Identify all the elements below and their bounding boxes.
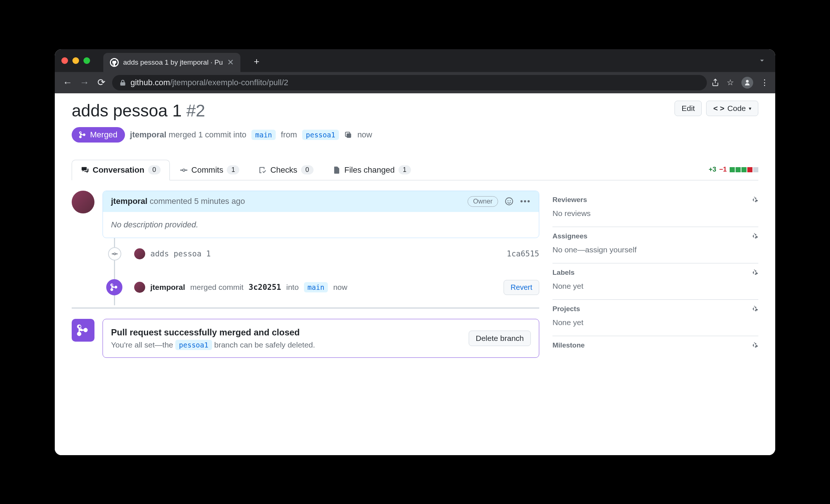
address-bar-row: ← → ⟳ github.com/jtemporal/exemplo-confl… (55, 72, 775, 93)
kebab-menu-icon[interactable]: ••• (520, 197, 531, 206)
timeline-rule (72, 307, 539, 309)
titlebar: adds pessoa 1 by jtemporal · Pu ✕ + (55, 49, 775, 72)
sidebar-labels: Labels None yet (552, 263, 758, 300)
tab-commits[interactable]: Commits 1 (171, 160, 249, 180)
comment-author[interactable]: jtemporal (111, 197, 147, 206)
profile-button[interactable] (741, 77, 753, 89)
tabs-dropdown-icon[interactable] (758, 57, 766, 64)
gear-icon[interactable] (750, 305, 758, 313)
state-badge-merged: Merged (72, 127, 125, 143)
sidebar-assignees: Assignees No one—assign yourself (552, 227, 758, 263)
url-field[interactable]: github.com/jtemporal/exemplo-conflito/pu… (112, 75, 707, 90)
timeline-commit: adds pessoa 1 1ca6515 (134, 238, 539, 270)
avatar[interactable] (134, 282, 145, 293)
pr-header: adds pessoa 1 #2 Edit < > Code ▾ (72, 101, 758, 120)
close-window-button[interactable] (61, 57, 68, 64)
merge-target-chip[interactable]: main (304, 282, 328, 292)
avatar[interactable] (72, 191, 94, 213)
svg-point-2 (510, 200, 511, 201)
address-bar-actions: ☆ ⋮ (711, 77, 769, 89)
merge-success: Pull request successfully merged and clo… (72, 319, 539, 358)
merge-author[interactable]: jtemporal (150, 283, 185, 292)
comment-header: jtemporal commented 5 minutes ago Owner … (103, 191, 539, 212)
pr-sidebar: Reviewers No reviews Assignees (552, 191, 758, 363)
delete-branch-button[interactable]: Delete branch (469, 331, 531, 346)
svg-point-0 (505, 198, 513, 205)
minimize-window-button[interactable] (72, 57, 79, 64)
commit-badge-icon (108, 247, 121, 260)
dropdown-caret-icon: ▾ (749, 105, 751, 111)
sidebar-projects: Projects None yet (552, 300, 758, 336)
merge-success-box: Pull request successfully merged and clo… (103, 319, 539, 358)
timeline-merge: jtemporal merged commit 3c20251 into mai… (134, 270, 539, 305)
tab-files-changed[interactable]: Files changed 1 (323, 160, 420, 180)
bookmark-star-icon[interactable]: ☆ (727, 78, 734, 87)
tab-checks[interactable]: Checks 0 (249, 160, 322, 180)
lock-icon (119, 79, 126, 86)
git-merge-large-icon (72, 319, 94, 342)
comment-body: No description provided. (103, 212, 539, 238)
git-merge-icon (79, 131, 86, 138)
comment-time[interactable]: 5 minutes ago (194, 197, 245, 206)
sidebar-reviewers: Reviewers No reviews (552, 191, 758, 227)
pr-tabnav: Conversation 0 Commits 1 Checks 0 Files … (72, 159, 420, 180)
pr-header-actions: Edit < > Code ▾ (675, 101, 758, 116)
window-controls (61, 57, 90, 64)
tab-close-icon[interactable]: ✕ (227, 58, 234, 67)
url-text: github.com/jtemporal/exemplo-conflito/pu… (130, 78, 288, 87)
maximize-window-button[interactable] (83, 57, 90, 64)
assignees-value: No one—assign yourself (552, 245, 758, 254)
edit-button[interactable]: Edit (675, 101, 702, 116)
git-commit-icon (180, 166, 188, 174)
share-icon[interactable] (711, 79, 719, 87)
timeline: adds pessoa 1 1ca6515 jtemporal merged c… (114, 238, 539, 305)
code-button[interactable]: < > Code ▾ (706, 101, 758, 116)
commit-message[interactable]: adds pessoa 1 (150, 249, 211, 258)
back-button[interactable]: ← (61, 77, 74, 88)
gear-icon[interactable] (750, 269, 758, 277)
code-icon: < > (713, 104, 724, 113)
pr-byline: jtemporal merged 1 commit into (130, 130, 247, 140)
merge-badge-icon (106, 279, 122, 295)
file-diff-icon (333, 166, 341, 174)
merge-sha[interactable]: 3c20251 (248, 283, 281, 292)
tab-conversation[interactable]: Conversation 0 (72, 160, 170, 180)
new-tab-button[interactable]: + (254, 56, 259, 67)
github-favicon (110, 58, 119, 67)
owner-badge: Owner (468, 196, 498, 207)
comment-box: jtemporal commented 5 minutes ago Owner … (103, 191, 539, 238)
gear-icon[interactable] (750, 232, 758, 240)
avatar[interactable] (134, 248, 145, 259)
revert-button[interactable]: Revert (504, 280, 539, 295)
conversation-column: jtemporal commented 5 minutes ago Owner … (72, 191, 539, 363)
emoji-react-icon[interactable] (505, 197, 514, 206)
forward-button[interactable]: → (78, 77, 91, 88)
browser-window: adds pessoa 1 by jtemporal · Pu ✕ + ← → … (55, 49, 775, 455)
assign-yourself-link[interactable]: assign yourself (585, 245, 637, 254)
svg-point-1 (508, 200, 509, 201)
success-title: Pull request successfully merged and clo… (111, 327, 315, 338)
copy-icon[interactable] (344, 131, 352, 139)
base-branch-chip[interactable]: main (251, 130, 276, 140)
gear-icon[interactable] (750, 341, 758, 349)
checklist-icon (258, 166, 266, 174)
comment: jtemporal commented 5 minutes ago Owner … (72, 191, 539, 238)
diffstat-squares (730, 167, 758, 172)
commit-sha[interactable]: 1ca6515 (507, 249, 539, 258)
head-branch-chip[interactable]: pessoa1 (302, 130, 339, 140)
browser-tab[interactable]: adds pessoa 1 by jtemporal · Pu ✕ (103, 53, 240, 72)
pr-title: adds pessoa 1 #2 (72, 101, 205, 120)
comment-discussion-icon (81, 166, 89, 174)
diffstat[interactable]: +3 −1 (709, 166, 758, 173)
tab-title: adds pessoa 1 by jtemporal · Pu (123, 58, 223, 66)
pr-tabnav-wrap: Conversation 0 Commits 1 Checks 0 Files … (72, 159, 758, 180)
reload-button[interactable]: ⟳ (95, 77, 108, 88)
sidebar-milestone: Milestone (552, 336, 758, 363)
success-body: You're all set—the pessoa1 branch can be… (111, 341, 315, 349)
gear-icon[interactable] (750, 196, 758, 204)
pr-meta: Merged jtemporal merged 1 commit into ma… (72, 127, 758, 143)
github-page: adds pessoa 1 #2 Edit < > Code ▾ Merged … (55, 93, 775, 455)
menu-dots-icon[interactable]: ⋮ (761, 78, 769, 87)
main-columns: jtemporal commented 5 minutes ago Owner … (72, 191, 758, 363)
